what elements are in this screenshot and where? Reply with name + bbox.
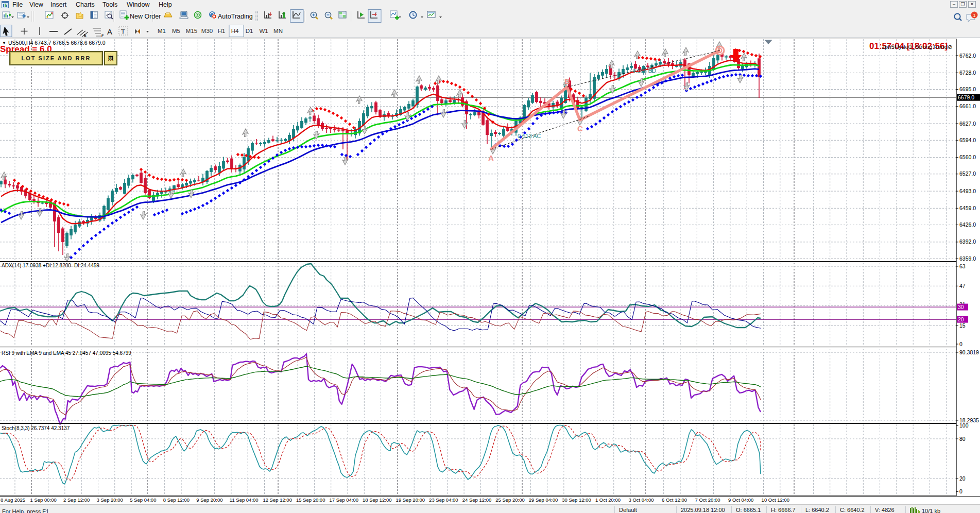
svg-text:W1: W1 [259, 28, 268, 34]
svg-text:F: F [101, 34, 104, 38]
svg-text:100: 100 [959, 422, 969, 429]
svg-text:T: T [121, 27, 125, 35]
svg-text:M30: M30 [201, 28, 213, 34]
svg-text:M5: M5 [172, 28, 180, 34]
svg-text:6359.0: 6359.0 [959, 255, 976, 262]
svg-text:15: 15 [959, 322, 966, 329]
svg-text:5 Sep 04:00: 5 Sep 04:00 [130, 497, 156, 503]
svg-text:1 Sep 00:00: 1 Sep 00:00 [30, 497, 57, 503]
svg-text:6426.0: 6426.0 [959, 221, 976, 228]
svg-text:0: 0 [959, 341, 962, 347]
svg-text:6392.0: 6392.0 [959, 238, 976, 245]
svg-text:0: 0 [959, 488, 962, 494]
svg-text:6 Oct 12:00: 6 Oct 12:00 [662, 497, 687, 503]
svg-text:6695.0: 6695.0 [959, 86, 976, 92]
svg-text:20: 20 [959, 475, 966, 482]
svg-text:A: A [107, 27, 112, 36]
svg-text:D: D [717, 46, 723, 55]
svg-text:H4: H4 [231, 28, 239, 34]
svg-text:3 Sep 20:00: 3 Sep 20:00 [97, 497, 123, 503]
svg-text:20: 20 [958, 316, 964, 322]
svg-text:15 Sep 20:00: 15 Sep 20:00 [296, 497, 325, 503]
svg-text:1 Oct 20:00: 1 Oct 20:00 [595, 497, 621, 503]
svg-text:9 Oct 04:00: 9 Oct 04:00 [728, 497, 753, 503]
svg-text:19 Sep 20:00: 19 Sep 20:00 [396, 497, 425, 503]
svg-text:80: 80 [959, 436, 966, 442]
svg-text:A: A [488, 153, 494, 162]
svg-text:6627.0: 6627.0 [959, 121, 976, 127]
svg-text:0.513 AC: 0.513 AC [518, 133, 541, 139]
svg-text:6493.0: 6493.0 [959, 188, 976, 194]
svg-text:C: C [577, 124, 583, 133]
svg-text:H1: H1 [218, 28, 226, 34]
svg-text:9 Sep 20:00: 9 Sep 20:00 [196, 497, 222, 503]
svg-text:25 Sep 20:00: 25 Sep 20:00 [495, 497, 525, 503]
svg-text:23 Sep 04:00: 23 Sep 04:00 [429, 497, 458, 503]
svg-text:3 Oct 04:00: 3 Oct 04:00 [629, 497, 654, 503]
svg-text:6661.0: 6661.0 [959, 103, 976, 109]
svg-text:90.3819: 90.3819 [959, 349, 979, 355]
svg-text:RSI 9 with EMA 9 and EMA 45 27: RSI 9 with EMA 9 and EMA 45 27.0457 47.0… [2, 350, 131, 356]
svg-text:6679.0: 6679.0 [958, 94, 974, 100]
svg-text:D1: D1 [246, 28, 253, 34]
svg-text:11 Sep 04:00: 11 Sep 04:00 [230, 497, 259, 503]
svg-text:E: E [84, 33, 87, 37]
svg-text:ADX(14) 17.0938 +DI:12.8200 -D: ADX(14) 17.0938 +DI:12.8200 -DI:24.4459 [2, 263, 99, 268]
svg-text:M1: M1 [158, 28, 166, 34]
svg-text:30: 30 [958, 304, 964, 310]
svg-text:6527.0: 6527.0 [959, 170, 976, 177]
svg-text:30 Sep 12:00: 30 Sep 12:00 [562, 497, 591, 503]
svg-text:4.166 BD: 4.166 BD [632, 67, 656, 74]
svg-text:10 Oct 12:00: 10 Oct 12:00 [762, 497, 789, 503]
svg-text:63: 63 [959, 263, 966, 269]
svg-text:B: B [564, 77, 570, 86]
svg-text:6762.0: 6762.0 [959, 53, 976, 59]
svg-text:7 Oct 20:00: 7 Oct 20:00 [695, 497, 720, 503]
svg-text:Stoch(8,3,3) 26.7374 42.3137: Stoch(8,3,3) 26.7374 42.3137 [2, 425, 70, 431]
svg-text:18 Sep 12:00: 18 Sep 12:00 [363, 497, 392, 503]
svg-text:47: 47 [959, 283, 966, 289]
svg-text:24 Sep 12:00: 24 Sep 12:00 [462, 497, 492, 503]
svg-text:8 Sep 12:00: 8 Sep 12:00 [163, 497, 190, 503]
svg-text:6459.0: 6459.0 [959, 205, 976, 211]
svg-text:MN: MN [273, 28, 283, 34]
svg-text:M15: M15 [186, 28, 197, 34]
svg-text:8 Aug 2025: 8 Aug 2025 [1, 497, 25, 503]
svg-text:12 Sep 12:00: 12 Sep 12:00 [263, 497, 292, 503]
svg-text:6560.0: 6560.0 [959, 154, 976, 160]
svg-text:2 Sep 12:00: 2 Sep 12:00 [63, 497, 90, 503]
svg-text:6728.0: 6728.0 [959, 70, 976, 76]
svg-text:17 Sep 04:00: 17 Sep 04:00 [330, 497, 359, 503]
svg-text:6594.0: 6594.0 [959, 137, 976, 143]
svg-text:1: 1 [973, 13, 975, 18]
svg-text:29 Sep 04:00: 29 Sep 04:00 [529, 497, 558, 503]
